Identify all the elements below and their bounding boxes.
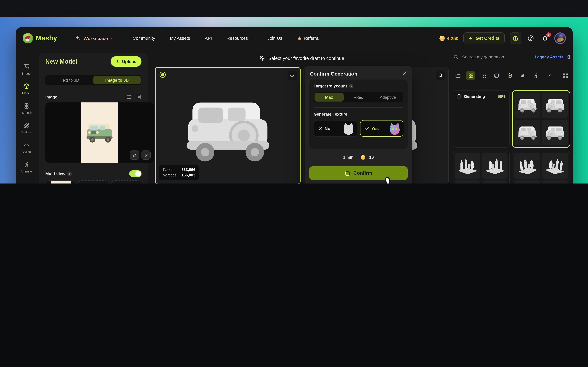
image-label: Image <box>45 95 57 99</box>
gift-button[interactable] <box>510 33 521 44</box>
texture-no-option[interactable]: No <box>314 120 357 137</box>
tab-image-to-3d[interactable]: Image to 3D <box>93 76 141 84</box>
mode-tabs: Text to 3D Image to 3D <box>45 75 141 85</box>
info-icon: i <box>349 84 354 88</box>
nav-referral[interactable]: Referral <box>297 36 320 41</box>
new-model-panel: New Model Upload Text to 3D Image to 3D … <box>39 53 148 184</box>
funnel-icon <box>546 73 552 78</box>
polycount-fixed[interactable]: Fixed <box>344 93 373 101</box>
search-input[interactable] <box>461 54 532 60</box>
inspect-zoom-button[interactable] <box>436 71 445 80</box>
filter-button[interactable] <box>544 71 553 80</box>
delete-image-button[interactable] <box>141 150 151 160</box>
exit-icon <box>566 55 570 59</box>
tool-rail: AI Image Model Remesh Texture Stylize <box>16 49 37 184</box>
check-icon <box>365 126 369 131</box>
search-icon <box>453 54 458 59</box>
lightning-icon <box>468 36 473 41</box>
asset-card-city-2[interactable] <box>512 151 570 184</box>
page-title: New Model <box>45 58 77 65</box>
inspect-zoom-button[interactable] <box>288 71 297 80</box>
get-credits-button[interactable]: Get Credits <box>463 33 505 44</box>
modal-options: Target Polycounti Max Fixed Adaptive Gen… <box>309 80 408 149</box>
sidebar-item-stylize[interactable]: Stylize <box>17 142 35 154</box>
erase-background-button[interactable] <box>130 150 139 160</box>
question-icon <box>527 35 534 42</box>
fullscreen-button[interactable] <box>561 71 570 80</box>
untextured-cat-preview <box>341 121 355 135</box>
grid-2x2-icon <box>468 73 474 78</box>
tab-text-to-3d[interactable]: Text to 3D <box>46 76 93 84</box>
screen: Meshy Workspace Community My Assets API … <box>0 0 588 184</box>
generating-asset-card[interactable]: Generating 59% <box>453 90 510 148</box>
multiview-toggle[interactable] <box>129 170 141 177</box>
confirm-generation-modal: Confirm Generation ✕ Target Polycounti M… <box>305 66 412 184</box>
eraser-icon <box>132 153 137 157</box>
navbar: Meshy Workspace Community My Assets API … <box>16 27 573 49</box>
compare-icon[interactable] <box>126 94 132 100</box>
notifications-button[interactable]: 1 <box>540 34 549 43</box>
notification-badge: 1 <box>546 33 551 37</box>
multiview-thumb-add-1[interactable] <box>78 180 109 184</box>
upload-button[interactable]: Upload <box>110 56 141 67</box>
green-truck-image <box>84 121 115 144</box>
preview-actions <box>130 150 151 160</box>
chevron-down-icon <box>110 37 114 40</box>
texture-yes-option[interactable]: Yes <box>360 120 403 137</box>
texture-lines-icon <box>520 73 526 78</box>
sidebar-item-animate[interactable]: Animate <box>17 161 35 173</box>
textured-cat-preview <box>388 121 402 135</box>
divider <box>557 73 557 78</box>
dense-grid-button[interactable] <box>479 71 488 80</box>
polycount-max[interactable]: Max <box>314 93 344 101</box>
multiview-thumb-front[interactable] <box>45 180 76 184</box>
asset-card-trucks[interactable] <box>512 90 570 148</box>
texture-options: No Yes <box>314 120 403 137</box>
nav-api[interactable]: API <box>205 36 212 41</box>
modal-time: 1 min <box>343 155 353 159</box>
model-filter-button[interactable] <box>505 71 514 80</box>
chevron-down-icon <box>250 37 253 40</box>
animate-icon <box>23 161 30 168</box>
draft-radio-selected[interactable] <box>160 72 166 78</box>
workspace-menu[interactable]: Workspace <box>75 35 114 41</box>
avatar[interactable] <box>554 33 566 44</box>
draft-card-1[interactable]: Faces333,666 Vertices166,803 <box>155 67 301 184</box>
multiview-thumb-add-2[interactable] <box>111 180 141 184</box>
sidebar-item-remesh[interactable]: Remesh <box>17 102 35 114</box>
help-button[interactable] <box>526 34 535 43</box>
cube-icon <box>23 83 30 90</box>
multiview-thumbs <box>45 180 141 184</box>
folder-filter-button[interactable] <box>453 71 462 80</box>
coin-icon <box>361 155 365 159</box>
sidebar-item-image[interactable]: AI Image <box>17 63 35 75</box>
animation-filter-button[interactable] <box>531 71 540 80</box>
logo-text: Meshy <box>36 34 57 42</box>
thumb-image <box>51 181 71 184</box>
magnifier-icon <box>438 73 443 78</box>
spinner-icon <box>345 170 350 176</box>
grid-view-button[interactable] <box>466 71 476 80</box>
legacy-assets-link[interactable]: Legacy Assets <box>535 55 570 59</box>
sidebar-item-model[interactable]: Model <box>17 83 35 95</box>
uploaded-image <box>81 102 118 163</box>
polycount-tabs: Max Fixed Adaptive <box>314 92 403 102</box>
polycount-adaptive[interactable]: Adaptive <box>373 93 402 101</box>
workspace-label: Workspace <box>83 36 108 41</box>
modal-cost: 1 min 10 <box>305 155 412 160</box>
guide-icon[interactable] <box>136 94 141 100</box>
texture-filter-button[interactable] <box>518 71 527 80</box>
sidebar-item-texture[interactable]: Texture <box>17 122 35 134</box>
logo[interactable]: Meshy <box>23 33 57 43</box>
nav-my-assets[interactable]: My Assets <box>170 36 190 41</box>
asset-card-city-1[interactable] <box>453 151 510 184</box>
texture-icon <box>23 122 30 129</box>
image-icon <box>494 73 500 78</box>
stylize-icon <box>23 142 30 149</box>
nav-resources[interactable]: Resources <box>227 36 253 41</box>
nav-join-us[interactable]: Join Us <box>268 36 282 41</box>
credit-balance[interactable]: 4,250 <box>440 36 458 41</box>
close-icon[interactable]: ✕ <box>403 70 407 77</box>
image-filter-button[interactable] <box>492 71 501 80</box>
nav-community[interactable]: Community <box>133 36 155 41</box>
